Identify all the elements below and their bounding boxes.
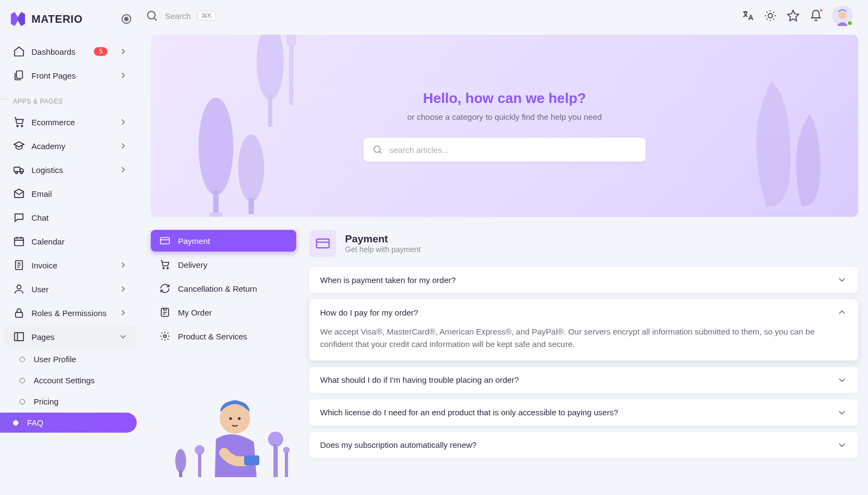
sidebar-subitem-user-profile[interactable]: User Profile	[4, 349, 137, 369]
topbar: Search ⌘K	[141, 0, 868, 31]
sidebar-item-calendar[interactable]: Calendar	[4, 230, 137, 253]
sidebar-subitem-pricing[interactable]: Pricing	[4, 391, 137, 412]
hero-decoration	[739, 76, 837, 217]
faq-item: When is payment taken for my order?	[309, 267, 858, 293]
bullet-icon	[20, 357, 25, 362]
translate-icon[interactable]	[741, 9, 754, 22]
sidebar-subitem-faq[interactable]: FAQ	[0, 413, 137, 433]
svg-point-27	[163, 267, 164, 269]
sidebar-item-academy[interactable]: Academy	[4, 134, 137, 157]
sidebar-subitem-account-settings[interactable]: Account Settings	[4, 370, 137, 390]
sidebar-item-label: Pages	[31, 332, 55, 342]
sidebar-pin-icon[interactable]	[122, 14, 131, 24]
faq-question[interactable]: Does my subscription automatically renew…	[309, 432, 858, 458]
hero: Hello, how can we help? or choose a cate…	[151, 35, 858, 217]
tab-label: Product & Services	[178, 332, 247, 341]
faq-question[interactable]: When is payment taken for my order?	[309, 267, 858, 293]
faq-item: What should I do if I'm having trouble p…	[309, 367, 858, 393]
faq-question[interactable]: Which license do I need for an end produ…	[309, 400, 858, 426]
settings-icon	[159, 331, 170, 342]
svg-point-31	[175, 449, 186, 473]
sidebar-item-label: Logistics	[31, 165, 63, 175]
sidebar-item-ecommerce[interactable]: Ecommerce	[4, 111, 137, 133]
star-icon[interactable]	[787, 9, 800, 22]
tab-payment[interactable]: Payment	[151, 230, 296, 252]
hero-title: Hello, how can we help?	[423, 90, 586, 107]
svg-point-41	[238, 417, 241, 420]
svg-rect-34	[198, 453, 201, 477]
svg-point-8	[17, 285, 21, 289]
sidebar-item-label: Ecommerce	[31, 118, 75, 127]
avatar[interactable]	[832, 5, 853, 26]
chevron-down-icon	[837, 407, 847, 418]
sidebar-item-label: Chat	[31, 213, 49, 222]
chevron-right-icon	[118, 47, 128, 56]
chevron-down-icon	[118, 332, 128, 342]
sidebar-item-front-pages[interactable]: Front Pages	[4, 64, 137, 87]
chevron-right-icon	[118, 284, 128, 294]
user-icon	[13, 283, 25, 295]
sidebar-item-chat[interactable]: Chat	[4, 206, 137, 229]
svg-point-30	[164, 335, 167, 338]
svg-point-2	[21, 125, 23, 127]
svg-rect-20	[213, 190, 219, 214]
svg-rect-21	[209, 213, 222, 217]
tab-label: Payment	[178, 236, 210, 246]
svg-rect-24	[769, 211, 812, 217]
search-button[interactable]: Search ⌘K	[145, 9, 216, 22]
bell-icon[interactable]	[809, 9, 822, 22]
sidebar-item-label: User Profile	[34, 355, 76, 364]
home-icon	[13, 46, 25, 57]
search-icon	[372, 144, 383, 155]
delivery-icon	[159, 259, 170, 270]
brand-row[interactable]: MATERIO	[0, 5, 141, 39]
bullet-icon	[13, 420, 18, 426]
sidebar-item-logistics[interactable]: Logistics	[4, 158, 137, 181]
theme-icon[interactable]	[764, 9, 777, 22]
bullet-icon	[20, 378, 25, 383]
sidebar-item-label: Pricing	[34, 397, 59, 406]
search-label: Search	[165, 11, 191, 21]
hero-search[interactable]	[363, 138, 646, 162]
tab-delivery[interactable]: Delivery	[151, 254, 296, 275]
sidebar-item-invoice[interactable]: Invoice	[4, 254, 137, 277]
sidebar-item-user[interactable]: User	[4, 278, 137, 300]
svg-rect-0	[16, 71, 22, 79]
svg-point-40	[229, 417, 232, 420]
tab-cancellation-return[interactable]: Cancellation & Return	[151, 278, 296, 299]
svg-point-19	[199, 98, 233, 195]
svg-point-1	[17, 125, 18, 127]
svg-point-4	[16, 172, 18, 174]
faq-item: How do I pay for my order?We accept Visa…	[309, 299, 858, 361]
card-icon	[159, 235, 170, 246]
svg-rect-42	[244, 455, 259, 465]
faq-tabs: PaymentDeliveryCancellation & ReturnMy O…	[151, 230, 296, 347]
svg-rect-6	[15, 238, 24, 246]
refresh-icon	[159, 283, 170, 294]
nav-section-label: APPS & PAGES	[0, 88, 141, 110]
faq-accordion: When is payment taken for my order?How d…	[309, 267, 858, 458]
faq-question-text: What should I do if I'm having trouble p…	[320, 375, 519, 384]
sidebar-item-label: Calendar	[31, 237, 65, 246]
hero-search-input[interactable]	[390, 145, 637, 155]
faq-question[interactable]: How do I pay for my order?	[309, 299, 858, 325]
svg-point-5	[21, 172, 23, 174]
chevron-right-icon	[118, 260, 128, 270]
search-icon	[145, 9, 158, 22]
tab-label: Cancellation & Return	[178, 284, 257, 293]
tab-product-services[interactable]: Product & Services	[151, 325, 296, 347]
sidebar-item-pages[interactable]: Pages	[4, 325, 137, 348]
sidebar-item-email[interactable]: Email	[4, 182, 137, 205]
sidebar-item-roles-permissions[interactable]: Roles & Permissions	[4, 301, 137, 324]
svg-rect-32	[179, 471, 182, 477]
svg-point-11	[148, 11, 155, 19]
svg-rect-18	[286, 35, 296, 46]
tab-my-order[interactable]: My Order	[151, 301, 296, 323]
chevron-down-icon	[837, 375, 847, 385]
sidebar-item-label: Dashboards	[31, 47, 75, 56]
faq-question[interactable]: What should I do if I'm having trouble p…	[309, 367, 858, 393]
svg-point-22	[238, 134, 264, 202]
hero-decoration	[194, 87, 270, 217]
faq-illustration	[151, 369, 296, 477]
sidebar-item-dashboards[interactable]: Dashboards 5	[4, 40, 137, 63]
